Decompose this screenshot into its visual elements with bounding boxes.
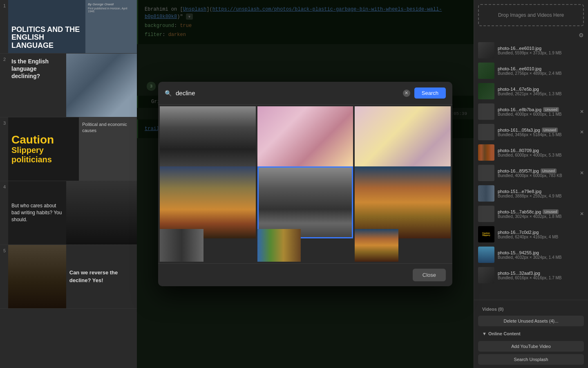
slide-subtitle: Political and economic causes (82, 121, 134, 134)
remove-asset-button[interactable]: ✕ (580, 109, 584, 114)
asset-name: photo-161...05fa3.jpg Unused (498, 128, 577, 132)
settings-button[interactable]: ⚙ (579, 32, 584, 38)
videos-header-text: Videos (0) (482, 307, 503, 312)
remove-asset-button[interactable]: ✕ (580, 129, 584, 135)
slide-item[interactable]: 5 Can we reverse the decline? Yes! (0, 245, 137, 309)
unused-badge: Unused (541, 168, 557, 173)
asset-name: photo-16...85f57f.jpg Unused (498, 168, 577, 173)
asset-item[interactable]: photo-161...05fa3.jpg Unused Bundled, 34… (474, 122, 588, 142)
asset-item[interactable]: CautionSlippery photo-16...7c0d2.jpg Bun… (474, 224, 588, 245)
assets-settings-row: ⚙ (474, 30, 588, 40)
modal-search-bar: 🔍 ✕ Search (158, 82, 452, 105)
asset-info: photo-16...ee6010.jpg Bundled, 2756px × … (498, 66, 584, 76)
search-input[interactable] (176, 90, 399, 96)
unused-badge: Unused (542, 128, 558, 132)
asset-item[interactable]: photo-16...80709.jpg Bundled, 6000px × 4… (474, 142, 588, 163)
asset-name: photo-15...7ab58c.jpg Unused (498, 209, 577, 214)
asset-thumbnail (478, 42, 494, 58)
asset-meta: Bundled, 5599px × 3733px, 1.9 MB (498, 51, 584, 55)
slide-number: 4 (0, 181, 8, 245)
delete-unused-button[interactable]: Delete Unused Assets (4)... (478, 316, 584, 326)
search-modal: 🔍 ✕ Search (158, 82, 452, 286)
asset-thumbnail (478, 165, 494, 181)
slide-number: 1 (0, 0, 8, 53)
slide-number: 2 (0, 54, 8, 117)
grid-image-6[interactable] (355, 166, 451, 238)
modal-overlay: 🔍 ✕ Search (137, 0, 474, 368)
asset-info: photo-16...80709.jpg Bundled, 6000px × 4… (498, 148, 584, 157)
asset-thumbnail (478, 267, 494, 283)
add-youtube-button[interactable]: Add YouTube Video (478, 341, 584, 352)
asset-thumbnail (478, 144, 494, 161)
grid-image-8[interactable] (257, 229, 301, 262)
asset-meta: Bundled, 6240px × 4160px, 4 MB (498, 235, 584, 239)
clear-search-button[interactable]: ✕ (403, 90, 410, 97)
close-modal-button[interactable]: Close (413, 269, 446, 281)
unused-badge: Unused (543, 209, 559, 214)
slide-text: Can we reverse the decline? Yes! (69, 269, 134, 284)
drop-zone-text: Drop Images and Videos Here (498, 12, 564, 18)
asset-item[interactable]: photo-16...e8b7ba.jpg Unused Bundled, 40… (474, 101, 588, 122)
asset-info: photo-15...7ab58c.jpg Unused Bundled, 30… (498, 209, 577, 219)
asset-name: photo-15...94255.jpg (498, 250, 584, 255)
slide-item[interactable]: 2 Is the English language declining? (0, 54, 137, 117)
online-content-header[interactable]: ▼ Online Content (478, 329, 584, 339)
asset-info: photo-16...85f57f.jpg Unused Bundled, 40… (498, 168, 577, 178)
asset-name: photo-16...e8b7ba.jpg Unused (498, 107, 577, 112)
asset-thumbnail (478, 185, 494, 202)
remove-asset-button[interactable]: ✕ (580, 170, 584, 176)
grid-image-4[interactable] (160, 166, 256, 238)
slide-preview: Caution Slippery politicians Political a… (8, 117, 137, 181)
asset-meta: Bundled, 6016px × 4016px, 1.7 MB (498, 276, 584, 280)
asset-item[interactable]: photo-16...ee6010.jpg Bundled, 2756px × … (474, 61, 588, 81)
asset-thumbnail (478, 103, 494, 120)
asset-item[interactable]: photo-16...ee6010.jpg Bundled, 5599px × … (474, 40, 588, 61)
asset-meta: Bundled, 3024px × 4032px, 1.8 MB (498, 214, 577, 219)
chevron-down-icon: ▼ (482, 331, 487, 336)
asset-thumbnail (478, 63, 494, 79)
asset-meta: Bundled, 3888px × 2592px, 4.9 MB (498, 194, 584, 198)
grid-image-7[interactable] (160, 229, 203, 262)
asset-info: photo-151...e79e8.jpg Bundled, 3888px × … (498, 189, 584, 198)
slide-preview: But who cares about bad writing habits? … (8, 181, 137, 245)
online-content-label: Online Content (488, 331, 521, 336)
asset-meta: Bundled, 3456px × 5184px, 1.5 MB (498, 132, 577, 137)
asset-item[interactable]: photo-14...67e5b.jpg Bundled, 2621px × 3… (474, 81, 588, 101)
slide-slippery-text: Slippery (11, 146, 76, 155)
asset-name: photo-15...32aaf3.jpg (498, 271, 584, 276)
slide-preview: Is the English language declining? (8, 54, 137, 117)
slide-item[interactable]: 3 Caution Slippery politicians Political… (0, 117, 137, 181)
assets-list: photo-16...ee6010.jpg Bundled, 5599px × … (474, 40, 588, 300)
asset-meta: Bundled, 2621px × 3495px, 1.3 MB (498, 92, 584, 96)
asset-name: photo-16...ee6010.jpg (498, 46, 584, 51)
asset-thumbnail (478, 124, 494, 140)
slide-item[interactable]: 4 But who cares about bad writing habits… (0, 181, 137, 245)
asset-item[interactable]: photo-15...32aaf3.jpg Bundled, 6016px × … (474, 265, 588, 285)
grid-image-5[interactable] (257, 166, 353, 238)
search-button[interactable]: Search (414, 88, 446, 99)
asset-name: photo-14...67e5b.jpg (498, 87, 584, 92)
asset-item[interactable]: photo-15...7ab58c.jpg Unused Bundled, 30… (474, 204, 588, 224)
asset-thumbnail (478, 206, 494, 222)
slide-number: 3 (0, 117, 8, 181)
asset-info: photo-16...7c0d2.jpg Bundled, 6240px × 4… (498, 230, 584, 239)
asset-item[interactable]: photo-15...94255.jpg Bundled, 4032px × 3… (474, 245, 588, 265)
slide-title: POLITICS AND THE ENGLISH LANGUAGE (11, 26, 82, 50)
slide-preview: POLITICS AND THE ENGLISH LANGUAGE By Geo… (8, 0, 137, 53)
slide-item[interactable]: 1 POLITICS AND THE ENGLISH LANGUAGE By G… (0, 0, 137, 54)
assets-panel: Drop Images and Videos Here ⚙ photo-16..… (474, 0, 588, 368)
asset-info: photo-161...05fa3.jpg Unused Bundled, 34… (498, 128, 577, 137)
unused-badge: Unused (543, 107, 559, 112)
asset-meta: Bundled, 4000px × 6000px, 783 KB (498, 173, 577, 178)
asset-item[interactable]: photo-151...e79e8.jpg Bundled, 3888px × … (474, 183, 588, 204)
remove-asset-button[interactable]: ✕ (580, 211, 584, 217)
asset-meta: Bundled, 2756px × 4899px, 2.4 MB (498, 71, 584, 76)
drop-zone[interactable]: Drop Images and Videos Here (478, 4, 584, 26)
search-unsplash-button[interactable]: Search Unsplash (478, 354, 584, 365)
asset-meta: Bundled, 4000px × 6000px, 1.1 MB (498, 112, 577, 117)
asset-item[interactable]: photo-16...85f57f.jpg Unused Bundled, 40… (474, 163, 588, 183)
search-icon: 🔍 (165, 90, 172, 96)
videos-section-header: Videos (0) (478, 303, 584, 313)
asset-info: photo-15...94255.jpg Bundled, 4032px × 3… (498, 250, 584, 260)
grid-image-9[interactable] (355, 229, 398, 262)
